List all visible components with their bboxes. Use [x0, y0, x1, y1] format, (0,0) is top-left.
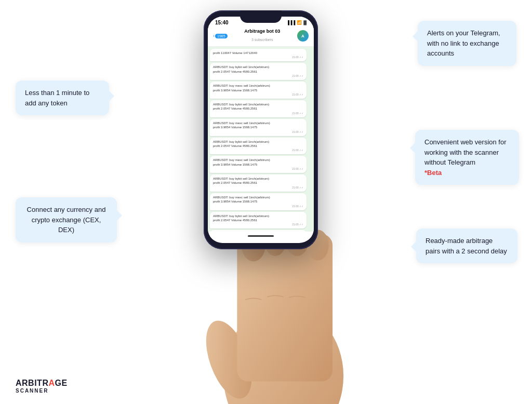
message-time-0: 21:00 ✓✓ [213, 56, 303, 59]
beta-label: *Beta [424, 169, 442, 177]
chat-message-6: ARBUSDT: buy mexc sell 1inch(arbitrum)pr… [210, 156, 307, 173]
message-time-3: 21:00 ✓✓ [213, 112, 303, 115]
chat-avatar: A [297, 30, 309, 42]
chat-message-4: ARBUSDT: buy mexc sell 1inch(arbitrum)pr… [210, 119, 307, 136]
back-count: 1985 [215, 34, 228, 38]
chat-message-10: ARBUSDT: buy mexc sell 1inch(arbitrum)pr… [210, 230, 307, 232]
message-text-0: profit 110047 Volume 14712040 [213, 51, 257, 55]
bubble-bottom-right: Ready-made arbitrage pairs with a 2 seco… [416, 228, 517, 263]
logo-main-text: ARBITRAGE [16, 379, 68, 388]
chat-title-area: Arbitrage bot 03 3 subscribers [231, 29, 294, 43]
chat-message-3: ARBUSDT: buy bybit sell 1inch(arbitrum)p… [210, 100, 307, 117]
chat-area: profit 110047 Volume 14712040 21:00 ✓✓ A… [208, 47, 314, 232]
chat-message-1: ARBUSDT: buy bybit sell 1inch(arbitrum)p… [210, 63, 307, 80]
message-text-7: ARBUSDT: buy bybit sell 1inch(arbitrum)p… [213, 177, 269, 184]
telegram-header: ‹ 1985 Arbitrage bot 03 3 subscribers A [208, 26, 314, 47]
bubble-mid-right-text: Convenient web version for working with … [424, 138, 507, 166]
status-time: 15:40 [215, 20, 229, 25]
home-bar-line [248, 235, 274, 237]
chat-message-5: ARBUSDT: buy bybit sell 1inch(arbitrum)p… [210, 138, 307, 155]
message-time-2: 21:00 ✓✓ [213, 93, 303, 97]
logo-sub-text: SCANNER [16, 388, 48, 394]
message-time-7: 21:00 ✓✓ [213, 186, 303, 190]
logo: ARBITRAGE SCANNER [16, 379, 68, 394]
bubble-bottom-left-text: Connect any currency and crypto exchange… [27, 206, 106, 234]
message-text-1: ARBUSDT: buy bybit sell 1inch(arbitrum)p… [213, 65, 269, 73]
bubble-top-left-text: Less than 1 minute to add any token [25, 89, 89, 107]
back-button[interactable]: ‹ 1985 [213, 33, 228, 38]
logo-highlight-a: A [48, 379, 55, 387]
status-icons: ▐▐▐ 📶 ▓ [286, 20, 307, 25]
message-text-6: ARBUSDT: buy mexc sell 1inch(arbitrum)pr… [213, 158, 270, 166]
bubble-top-left: Less than 1 minute to add any token [16, 80, 109, 115]
message-time-6: 21:00 ✓✓ [213, 167, 303, 171]
message-text-2: ARBUSDT: buy mexc sell 1inch(arbitrum)pr… [213, 84, 270, 91]
chat-message-7: ARBUSDT: buy bybit sell 1inch(arbitrum)p… [210, 174, 307, 192]
message-time-8: 21:00 ✓✓ [213, 205, 303, 208]
battery-icon: ▓ [303, 20, 307, 25]
signal-icon: ▐▐▐ [286, 20, 295, 25]
phone-screen: 15:40 ▐▐▐ 📶 ▓ ‹ 1985 Arbitrage bot 03 [208, 17, 314, 243]
back-chevron-icon: ‹ [213, 33, 215, 38]
bubble-top-right-text: Alerts on your Telegram, with no link to… [427, 29, 500, 57]
message-text-4: ARBUSDT: buy mexc sell 1inch(arbitrum)pr… [213, 122, 270, 129]
phone-wrapper: 15:40 ▐▐▐ 📶 ▓ ‹ 1985 Arbitrage bot 03 [204, 10, 318, 249]
phone: 15:40 ▐▐▐ 📶 ▓ ‹ 1985 Arbitrage bot 03 [204, 10, 318, 249]
message-text-8: ARBUSDT: buy mexc sell 1inch(arbitrum)pr… [213, 196, 270, 203]
message-text-3: ARBUSDT: buy bybit sell 1inch(arbitrum)p… [213, 103, 269, 110]
chat-title: Arbitrage bot 03 [231, 29, 294, 34]
chat-message-2: ARBUSDT: buy mexc sell 1inch(arbitrum)pr… [210, 82, 307, 99]
message-time-9: 21:00 ✓✓ [213, 223, 303, 226]
message-time-5: 21:00 ✓✓ [213, 149, 303, 152]
message-text-5: ARBUSDT: buy bybit sell 1inch(arbitrum)p… [213, 140, 269, 147]
message-text-9: ARBUSDT: buy bybit sell 1inch(arbitrum)p… [213, 214, 269, 222]
chat-subtitle: 3 subscribers [251, 38, 273, 42]
bubble-bottom-right-text: Ready-made arbitrage pairs with a 2 seco… [425, 237, 507, 255]
phone-notch [240, 10, 282, 23]
message-time-1: 21:00 ✓✓ [213, 74, 303, 78]
home-bar [208, 232, 314, 240]
chat-message-8: ARBUSDT: buy mexc sell 1inch(arbitrum)pr… [210, 193, 307, 210]
bubble-mid-right: Convenient web version for working with … [415, 130, 519, 185]
message-time-4: 21:00 ✓✓ [213, 130, 303, 134]
wifi-icon: 📶 [297, 20, 302, 25]
scene: 15:40 ▐▐▐ 📶 ▓ ‹ 1985 Arbitrage bot 03 [0, 0, 532, 404]
bubble-top-right: Alerts on your Telegram, with no link to… [418, 21, 516, 66]
bubble-bottom-left: Connect any currency and crypto exchange… [16, 197, 117, 243]
chat-message-9: ARBUSDT: buy bybit sell 1inch(arbitrum)p… [210, 212, 307, 229]
chat-message-0: profit 110047 Volume 14712040 21:00 ✓✓ [210, 49, 307, 61]
